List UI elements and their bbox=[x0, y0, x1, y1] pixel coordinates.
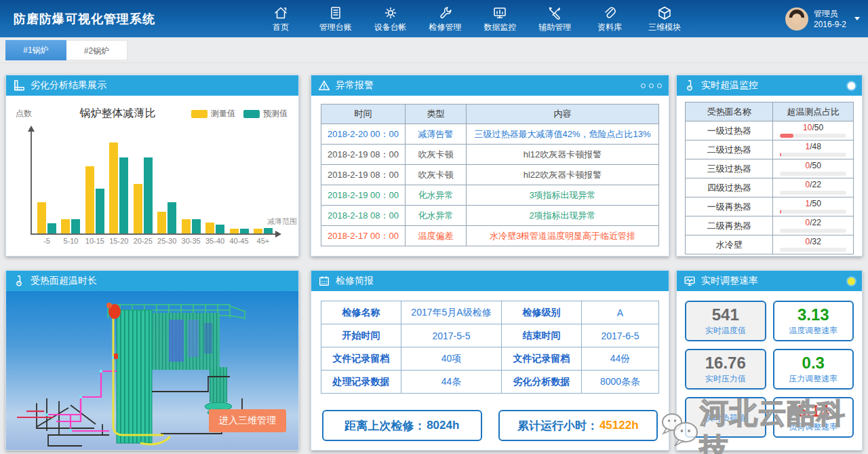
enter-3d-management-button[interactable]: 进入三维管理 bbox=[209, 409, 286, 432]
maintenance-label: 文件记录留档 bbox=[321, 347, 401, 371]
rate-value: 5.14 bbox=[797, 402, 829, 420]
rate-card: 3.13温度调整速率 bbox=[773, 301, 854, 341]
alarm-table: 时间类型内容2018-2-20 00：00减薄告警三级过热器最大减薄值42%，危… bbox=[321, 104, 659, 246]
nav-item-device[interactable]: 设备台帐 bbox=[372, 4, 410, 33]
overtemp-progress-track bbox=[780, 191, 846, 195]
overtemp-total: /22 bbox=[810, 218, 821, 227]
alarm-row[interactable]: 2018-2-19 00：00化水异常3项指标出现异常 bbox=[321, 185, 659, 206]
nav-item-home[interactable]: 首页 bbox=[262, 4, 300, 33]
bar-predicted bbox=[119, 157, 128, 233]
nav-item-label: 设备台帐 bbox=[374, 22, 407, 33]
panel-indicator-dot[interactable] bbox=[848, 278, 855, 285]
alarm-row[interactable]: 2018-2-20 00：00减薄告警三级过热器最大减薄值42%，危险点占比13… bbox=[321, 124, 659, 145]
overtemp-ratio-cell: 0/22 bbox=[773, 178, 854, 197]
alarm-row[interactable]: 2018-2-19 08：00吹灰卡顿hl12吹灰器卡顿报警 bbox=[321, 145, 659, 165]
overtemp-progress-track bbox=[780, 229, 846, 233]
legend-label: 测量值 bbox=[211, 108, 235, 119]
since-last-maintenance-button[interactable]: 距离上次检修：8024h bbox=[322, 410, 482, 441]
alarm-row[interactable]: 2018-2-17 00：00温度偏差水冷壁3根管道温度明显高于临近管排 bbox=[321, 226, 659, 246]
bar-group: 35-40 bbox=[205, 223, 224, 233]
rate-label: 压力调整速率 bbox=[789, 373, 837, 385]
legend-item-measured: 测量值 bbox=[191, 108, 235, 119]
nav-item-cube[interactable]: 三维模块 bbox=[646, 4, 684, 33]
x-tick-label: 40-45 bbox=[229, 237, 248, 245]
rate-label: 温度调整速率 bbox=[789, 325, 837, 337]
x-tick-label: -5 bbox=[43, 237, 50, 245]
maintenance-value: 2017年5月A级检修 bbox=[401, 301, 502, 324]
overtemp-row: 二级再热器0/22 bbox=[686, 216, 854, 235]
nav-item-monitor[interactable]: 数据监控 bbox=[481, 4, 519, 33]
alarm-type: 化水异常 bbox=[406, 206, 467, 226]
rate-value: 541 bbox=[712, 306, 739, 324]
bar-measured bbox=[109, 143, 118, 233]
cube-icon bbox=[657, 4, 672, 20]
bar-measured bbox=[157, 212, 166, 233]
alarm-col-header: 类型 bbox=[406, 105, 467, 124]
nav-item-label: 三维模块 bbox=[648, 22, 681, 33]
alarm-time: 2018-2-17 00：00 bbox=[321, 226, 406, 246]
overtemp-count: 10 bbox=[803, 123, 812, 132]
tab-boiler2[interactable]: #2锅炉 bbox=[66, 40, 127, 60]
alarm-content: 3项指标出现异常 bbox=[467, 185, 659, 206]
nav-item-ledger[interactable]: 管理台账 bbox=[317, 4, 355, 33]
warning-triangle-icon bbox=[318, 79, 330, 92]
user-menu[interactable]: 管理员 2016-9-2 bbox=[785, 0, 860, 37]
paperclip-icon bbox=[602, 4, 617, 20]
overtemp-row: 一级再热器1/50 bbox=[686, 197, 854, 216]
overtemp-progress-fill bbox=[780, 210, 781, 214]
panel-indicator-dot[interactable] bbox=[848, 82, 855, 90]
nav-item-repair[interactable]: 检修管理 bbox=[427, 4, 465, 33]
avatar[interactable] bbox=[785, 7, 808, 31]
bar-group: 15-20 bbox=[109, 143, 128, 233]
maintenance-value: 40项 bbox=[401, 347, 502, 371]
gear-icon bbox=[383, 4, 398, 20]
panel-title: 实时超温监控 bbox=[701, 79, 758, 92]
alarm-time: 2018-2-19 08：00 bbox=[321, 145, 406, 165]
surface-name: 一级再热器 bbox=[686, 197, 773, 216]
rate-label: 实时压力值 bbox=[705, 373, 746, 385]
bar-predicted bbox=[216, 225, 224, 233]
nav-item-assist[interactable]: 辅助管理 bbox=[536, 4, 574, 33]
y-axis-arrow bbox=[28, 126, 35, 132]
alarm-type: 化水异常 bbox=[406, 185, 467, 206]
overtemp-total: /50 bbox=[810, 161, 821, 170]
nav-item-label: 管理台账 bbox=[319, 22, 352, 33]
bar-predicted bbox=[264, 228, 273, 233]
tab-boiler1[interactable]: #1锅炉 bbox=[5, 40, 66, 60]
overtemp-ratio-cell: 0/22 bbox=[773, 216, 854, 235]
overtemp-progress-track bbox=[780, 210, 846, 214]
boiler-3d-view[interactable]: 进入三维管理 bbox=[6, 291, 298, 450]
maintenance-value: 8000条条 bbox=[582, 371, 659, 394]
nav-item-library[interactable]: 资料库 bbox=[591, 4, 629, 33]
nav-item-label: 数据监控 bbox=[484, 22, 516, 33]
alarm-col-header: 时间 bbox=[321, 105, 406, 124]
top-navbar: 防磨防爆可视化管理系统 首页管理台账设备台帐检修管理数据监控辅助管理资料库三维模… bbox=[0, 0, 868, 37]
bar-measured bbox=[37, 202, 46, 233]
panel-menu-dots[interactable] bbox=[641, 83, 662, 88]
maintenance-label: 检修级别 bbox=[502, 301, 582, 324]
bar-predicted bbox=[71, 219, 80, 233]
realtime-rates-panel: 实时调整速率 541实时温度值3.13温度调整速率16.76实时压力值0.3压力… bbox=[676, 270, 863, 451]
bar-measured bbox=[61, 219, 70, 233]
alarm-content: 三级过热器最大减薄值42%，危险点占比13% bbox=[467, 124, 659, 145]
bar-group: 10-15 bbox=[85, 166, 104, 233]
alarm-row[interactable]: 2018-2-19 08：00吹灰卡顿hl22吹灰器卡顿报警 bbox=[321, 165, 659, 185]
surface-name: 三级过热器 bbox=[686, 159, 773, 178]
overtemp-row: 一级过热器10/50 bbox=[686, 121, 854, 140]
chart-y-axis-label: 点数 bbox=[16, 108, 32, 119]
legend-swatch-predicted bbox=[243, 110, 260, 118]
panel-header: 检修简报 bbox=[311, 271, 669, 291]
panel-header: 异常报警 bbox=[311, 75, 669, 96]
bar-group: 25-30 bbox=[157, 202, 176, 233]
x-tick-label: 25-30 bbox=[157, 237, 176, 245]
bar-group: 45+ bbox=[254, 228, 273, 233]
total-running-hours-button[interactable]: 累计运行小时：45122h bbox=[498, 410, 658, 441]
maintenance-label: 结束时间 bbox=[502, 324, 582, 347]
x-tick-label: 10-15 bbox=[85, 237, 104, 245]
alarm-row[interactable]: 2018-2-18 08：00化水异常2项指标出现异常 bbox=[321, 206, 659, 226]
x-tick-label: 35-40 bbox=[205, 237, 224, 245]
abnormal-alarm-panel: 异常报警 时间类型内容2018-2-20 00：00减薄告警三级过热器最大减薄值… bbox=[311, 75, 669, 257]
overtemp-total: /50 bbox=[812, 123, 823, 132]
alarm-type: 吹灰卡顿 bbox=[406, 145, 467, 165]
chevron-down-icon[interactable] bbox=[854, 17, 860, 20]
